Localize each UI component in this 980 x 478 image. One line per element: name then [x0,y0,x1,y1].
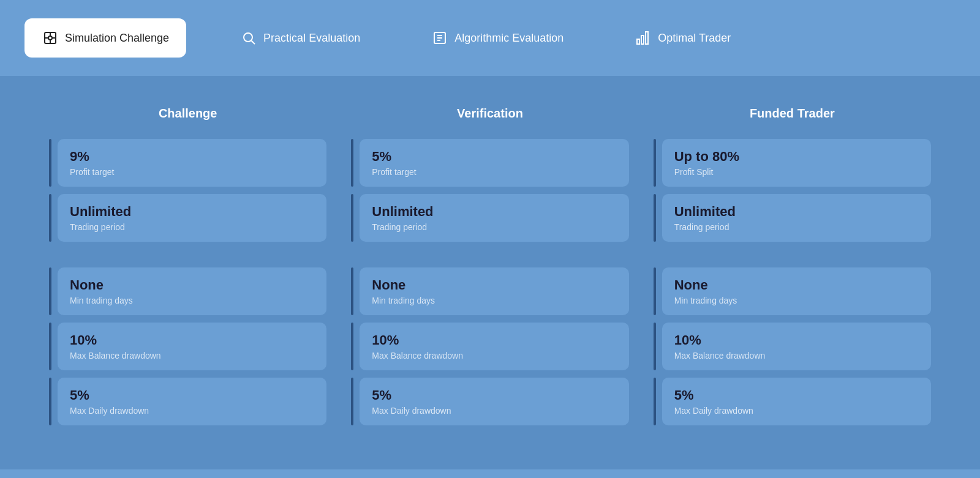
card-label: Max Balance drawdown [372,351,616,360]
card-value: None [674,277,919,293]
card-label: Min trading days [372,296,616,305]
card-funded-trader-0: Up to 80%Profit Split [662,139,931,187]
tab-icon-optimal [635,29,652,47]
card-row-challenge-0: 9%Profit target [49,139,326,187]
card-divider [351,378,353,425]
card-value: None [372,277,616,293]
tab-label-practical: Practical Evaluation [263,32,360,45]
column-header-funded-trader: Funded Trader [654,106,931,121]
card-label: Profit target [70,167,314,177]
card-challenge-4: 5%Max Daily drawdown [58,378,326,425]
card-row-challenge-4: 5%Max Daily drawdown [49,378,326,425]
card-row-challenge-2: NoneMin trading days [49,267,326,315]
card-verification-2: NoneMin trading days [360,267,628,315]
card-label: Trading period [70,222,314,232]
card-value: 10% [674,332,919,348]
card-funded-trader-4: 5%Max Daily drawdown [662,378,931,425]
card-divider [654,378,656,425]
card-label: Trading period [372,222,616,232]
card-label: Max Daily drawdown [372,406,616,416]
header: Simulation ChallengePractical Evaluation… [0,0,980,76]
column-funded-trader: Funded TraderUp to 80%Profit SplitUnlimi… [641,106,943,433]
card-value: Up to 80% [674,149,919,165]
card-divider [654,323,656,370]
card-label: Min trading days [70,296,314,305]
card-funded-trader-2: NoneMin trading days [662,267,931,315]
card-divider [654,194,656,242]
card-challenge-3: 10%Max Balance drawdown [58,323,326,370]
card-value: Unlimited [372,204,616,220]
card-row-verification-4: 5%Max Daily drawdown [351,378,628,425]
card-row-challenge-1: UnlimitedTrading period [49,194,326,242]
card-value: 5% [70,387,314,403]
column-header-verification: Verification [351,106,628,121]
card-row-funded-trader-4: 5%Max Daily drawdown [654,378,931,425]
card-row-funded-trader-2: NoneMin trading days [654,267,931,315]
card-label: Profit target [372,167,616,177]
card-row-verification-0: 5%Profit target [351,139,628,187]
card-label: Max Balance drawdown [674,351,919,360]
card-divider [49,194,51,242]
columns-container: Challenge9%Profit targetUnlimitedTrading… [37,106,943,433]
card-label: Max Balance drawdown [70,351,314,360]
card-row-challenge-3: 10%Max Balance drawdown [49,323,326,370]
tab-label-algorithmic: Algorithmic Evaluation [454,32,564,45]
card-divider [351,139,353,187]
card-label: Profit Split [674,167,919,177]
tab-label-optimal: Optimal Trader [658,32,731,45]
card-verification-1: UnlimitedTrading period [360,194,628,242]
main-content: Challenge9%Profit targetUnlimitedTrading… [0,76,980,469]
card-verification-3: 10%Max Balance drawdown [360,323,628,370]
card-row-funded-trader-1: UnlimitedTrading period [654,194,931,242]
card-value: 10% [372,332,616,348]
card-challenge-0: 9%Profit target [58,139,326,187]
card-divider [49,378,51,425]
card-challenge-2: NoneMin trading days [58,267,326,315]
card-value: 5% [372,149,616,165]
card-row-verification-3: 10%Max Balance drawdown [351,323,628,370]
card-value: 5% [674,387,919,403]
card-value: Unlimited [674,204,919,220]
tab-icon-algorithmic [431,29,448,47]
tab-practical[interactable]: Practical Evaluation [223,18,377,58]
card-row-verification-1: UnlimitedTrading period [351,194,628,242]
tab-optimal[interactable]: Optimal Trader [617,18,748,58]
card-verification-4: 5%Max Daily drawdown [360,378,628,425]
column-header-challenge: Challenge [49,106,326,121]
svg-point-1 [48,36,52,40]
card-value: 9% [70,149,314,165]
card-funded-trader-1: UnlimitedTrading period [662,194,931,242]
card-label: Max Daily drawdown [70,406,314,416]
card-divider [654,139,656,187]
tab-simulation[interactable]: Simulation Challenge [24,18,186,58]
card-row-funded-trader-0: Up to 80%Profit Split [654,139,931,187]
tab-icon-simulation [42,29,59,47]
card-funded-trader-3: 10%Max Balance drawdown [662,323,931,370]
tab-label-simulation: Simulation Challenge [65,32,169,45]
card-value: Unlimited [70,204,314,220]
card-divider [49,267,51,315]
tab-algorithmic[interactable]: Algorithmic Evaluation [414,18,581,58]
card-value: 10% [70,332,314,348]
card-divider [351,267,353,315]
column-verification: Verification5%Profit targetUnlimitedTrad… [339,106,641,433]
card-row-funded-trader-3: 10%Max Balance drawdown [654,323,931,370]
card-row-verification-2: NoneMin trading days [351,267,628,315]
column-challenge: Challenge9%Profit targetUnlimitedTrading… [37,106,339,433]
card-divider [49,323,51,370]
svg-line-7 [252,41,255,45]
svg-rect-13 [641,35,644,44]
svg-rect-12 [637,39,639,44]
card-value: None [70,277,314,293]
svg-rect-14 [646,32,648,44]
card-label: Min trading days [674,296,919,305]
card-label: Max Daily drawdown [674,406,919,416]
card-divider [49,139,51,187]
card-challenge-1: UnlimitedTrading period [58,194,326,242]
card-label: Trading period [674,222,919,232]
card-verification-0: 5%Profit target [360,139,628,187]
card-value: 5% [372,387,616,403]
card-divider [351,323,353,370]
card-divider [351,194,353,242]
svg-point-6 [244,33,252,42]
